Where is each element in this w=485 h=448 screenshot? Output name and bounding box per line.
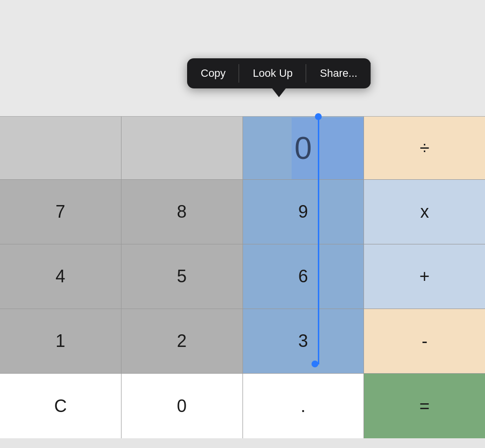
- key-9[interactable]: 9: [243, 180, 364, 244]
- context-menu-copy[interactable]: Copy: [187, 58, 239, 88]
- key-1[interactable]: 1: [0, 309, 121, 373]
- key-decimal[interactable]: .: [243, 374, 364, 438]
- key-5[interactable]: 5: [121, 244, 243, 309]
- cursor-line: [318, 117, 319, 364]
- key-subtract[interactable]: -: [364, 309, 485, 373]
- key-6[interactable]: 6: [243, 244, 364, 309]
- display-cell-empty2[interactable]: [121, 117, 243, 179]
- display-cell-empty1[interactable]: [0, 117, 121, 179]
- context-menu-arrow: [272, 88, 286, 97]
- calculator-grid: 7 8 9 x 4 5 6 + 1 2 3 - C 0 . =: [0, 180, 485, 448]
- calc-row-123minus: 1 2 3 -: [0, 309, 485, 374]
- key-0[interactable]: 0: [121, 374, 243, 438]
- key-7[interactable]: 7: [0, 180, 121, 244]
- text-selection-highlight: [292, 118, 364, 179]
- key-multiply[interactable]: x: [364, 180, 485, 244]
- calc-row-c0dot-equals: C 0 . =: [0, 374, 485, 438]
- key-clear[interactable]: C: [0, 374, 121, 438]
- context-menu-lookup[interactable]: Look Up: [239, 58, 306, 88]
- key-2[interactable]: 2: [121, 309, 243, 373]
- context-menu-share[interactable]: Share...: [306, 58, 371, 88]
- display-cell-divide[interactable]: ÷: [364, 117, 485, 179]
- key-8[interactable]: 8: [121, 180, 243, 244]
- calc-row-456plus: 4 5 6 +: [0, 244, 485, 309]
- key-equals[interactable]: =: [364, 374, 485, 438]
- calc-row-789x: 7 8 9 x: [0, 180, 485, 244]
- key-add[interactable]: +: [364, 244, 485, 309]
- context-menu: Copy Look Up Share...: [187, 58, 371, 88]
- cursor-handle-bottom[interactable]: [312, 361, 318, 367]
- key-3[interactable]: 3: [243, 309, 364, 373]
- key-4[interactable]: 4: [0, 244, 121, 309]
